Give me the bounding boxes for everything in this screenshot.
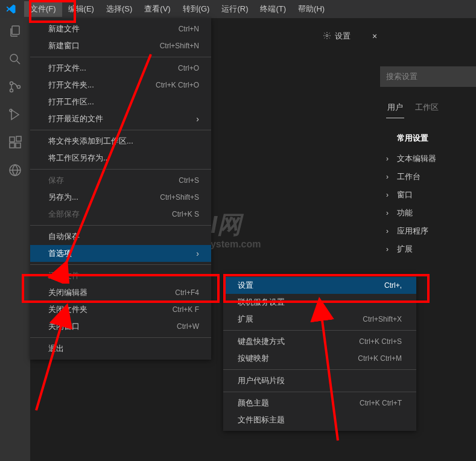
menu-new-window[interactable]: 新建窗口Ctrl+Shift+N	[30, 37, 211, 54]
remote-icon[interactable]	[7, 162, 24, 179]
settings-scope-tabs: 用户 工作区	[386, 100, 440, 118]
chevron-right-icon: ›	[386, 227, 393, 235]
menu-edit[interactable]: 编辑(E)	[62, 1, 100, 17]
menu-auto-save[interactable]: 自动保存	[30, 228, 211, 245]
submenu-file-icon-theme[interactable]: 文件图标主题	[223, 412, 416, 428]
search-icon[interactable]	[7, 51, 24, 68]
separator	[30, 264, 211, 265]
separator	[30, 169, 211, 170]
chevron-right-icon: ›	[196, 114, 199, 124]
separator	[30, 225, 211, 226]
submenu-extensions[interactable]: 扩展Ctrl+Shift+X	[223, 311, 416, 328]
scope-tab-user[interactable]: 用户	[386, 100, 404, 118]
chevron-right-icon: ›	[386, 245, 393, 253]
toc-header[interactable]: 常用设置	[397, 133, 436, 144]
svg-rect-8	[16, 143, 21, 148]
submenu-settings[interactable]: 设置Ctrl+,	[223, 277, 416, 294]
chevron-right-icon: ›	[386, 209, 393, 217]
svg-rect-9	[16, 136, 21, 141]
svg-rect-6	[10, 137, 14, 142]
svg-point-2	[10, 82, 13, 85]
chevron-right-icon: ›	[386, 154, 393, 163]
chevron-right-icon: ›	[196, 249, 199, 258]
toc-window[interactable]: ›窗口	[386, 189, 436, 200]
close-icon[interactable]: ×	[372, 31, 377, 41]
menu-add-folder[interactable]: 将文件夹添加到工作区...	[30, 133, 211, 150]
separator	[223, 392, 416, 392]
toc-extensions[interactable]: ›扩展	[386, 244, 436, 255]
submenu-color-theme[interactable]: 颜色主题Ctrl+K Ctrl+T	[223, 395, 416, 412]
menu-open-workspace[interactable]: 打开工作区...	[30, 94, 211, 110]
vscode-logo-icon	[5, 3, 17, 15]
toc-text-editor[interactable]: ›文本编辑器	[386, 153, 436, 164]
tab-label: 设置	[335, 31, 351, 42]
menu-terminal[interactable]: 终端(T)	[254, 1, 292, 17]
menu-save-workspace-as[interactable]: 将工作区另存为...	[30, 150, 211, 167]
separator	[30, 57, 211, 57]
toc-workbench[interactable]: ›工作台	[386, 171, 436, 182]
separator	[30, 337, 211, 338]
svg-point-1	[10, 54, 17, 62]
menu-open-recent[interactable]: 打开最近的文件›	[30, 110, 211, 127]
menu-open-file[interactable]: 打开文件...Ctrl+O	[30, 60, 211, 77]
gear-icon	[323, 31, 331, 42]
preferences-submenu: 设置Ctrl+, 联机服务设置 扩展Ctrl+Shift+X 键盘快捷方式Ctr…	[223, 275, 416, 431]
submenu-keymaps[interactable]: 按键映射Ctrl+K Ctrl+M	[223, 350, 416, 367]
explorer-icon[interactable]	[7, 23, 24, 40]
separator	[223, 369, 416, 370]
submenu-user-snippets[interactable]: 用户代码片段	[223, 372, 416, 389]
svg-point-11	[326, 34, 328, 37]
svg-point-3	[10, 89, 13, 92]
activity-bar	[0, 18, 30, 461]
svg-point-5	[10, 109, 12, 112]
chevron-right-icon: ›	[386, 191, 393, 199]
separator	[223, 330, 416, 331]
menu-exit[interactable]: 退出	[30, 340, 211, 357]
menu-go[interactable]: 转到(G)	[177, 1, 216, 17]
menu-run[interactable]: 运行(R)	[215, 1, 254, 17]
menu-save-as[interactable]: 另存为...Ctrl+Shift+S	[30, 189, 211, 206]
menu-bar: 文件(F) 编辑(E) 选择(S) 查看(V) 转到(G) 运行(R) 终端(T…	[0, 0, 476, 18]
svg-rect-7	[10, 143, 14, 148]
menu-new-file[interactable]: 新建文件Ctrl+N	[30, 21, 211, 37]
menu-view[interactable]: 查看(V)	[138, 1, 176, 17]
menu-save-all[interactable]: 全部保存Ctrl+K S	[30, 206, 211, 223]
menu-close-editor[interactable]: 关闭编辑器Ctrl+F4	[30, 284, 211, 301]
menu-help[interactable]: 帮助(H)	[292, 1, 331, 17]
svg-point-4	[17, 86, 21, 89]
editor-tab-bar: 设置 ×	[317, 27, 383, 45]
menu-revert[interactable]: 还原文件	[30, 267, 211, 284]
submenu-online-services[interactable]: 联机服务设置	[223, 294, 416, 311]
submenu-keyboard-shortcuts[interactable]: 键盘快捷方式Ctrl+K Ctrl+S	[223, 333, 416, 350]
toc-features[interactable]: ›功能	[386, 208, 436, 218]
menu-close-window[interactable]: 关闭窗口Ctrl+W	[30, 318, 211, 335]
extensions-icon[interactable]	[7, 134, 24, 151]
toc-application[interactable]: ›应用程序	[386, 226, 436, 237]
file-menu-dropdown: 新建文件Ctrl+N 新建窗口Ctrl+Shift+N 打开文件...Ctrl+…	[30, 18, 211, 360]
menu-open-folder[interactable]: 打开文件夹...Ctrl+K Ctrl+O	[30, 77, 211, 94]
menu-save[interactable]: 保存Ctrl+S	[30, 172, 211, 189]
settings-search-input[interactable]: 搜索设置	[380, 66, 476, 87]
menu-selection[interactable]: 选择(S)	[100, 1, 138, 17]
menu-file[interactable]: 文件(F)	[24, 1, 62, 17]
menu-preferences[interactable]: 首选项›	[30, 245, 211, 262]
menu-close-folder[interactable]: 关闭文件夹Ctrl+K F	[30, 301, 211, 318]
tab-settings[interactable]: 设置 ×	[317, 27, 383, 45]
settings-toc: 常用设置 ›文本编辑器 ›工作台 ›窗口 ›功能 ›应用程序 ›扩展	[386, 133, 436, 255]
source-control-icon[interactable]	[7, 78, 24, 95]
scope-tab-workspace[interactable]: 工作区	[414, 100, 440, 118]
run-debug-icon[interactable]	[7, 106, 24, 123]
chevron-right-icon: ›	[386, 173, 393, 181]
svg-rect-0	[12, 26, 19, 34]
separator	[30, 130, 211, 130]
